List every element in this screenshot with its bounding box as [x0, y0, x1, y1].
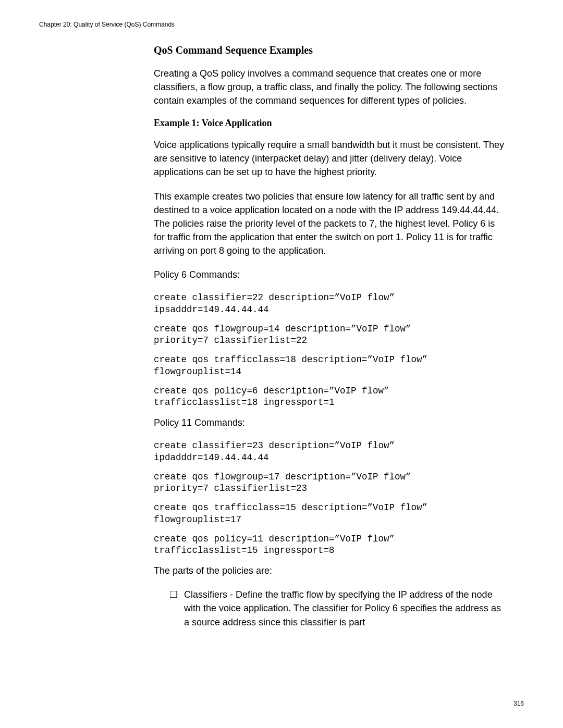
example-1-para-1: Voice applications typically require a s… [154, 138, 508, 179]
bullet-text: Classifiers - Define the traffic flow by… [184, 588, 508, 628]
policy-6-command-2: create qos flowgroup=14 description=”VoI… [154, 323, 508, 347]
policy-6-command-3: create qos trafficclass=18 description=”… [154, 354, 508, 378]
intro-paragraph: Creating a QoS policy involves a command… [154, 67, 508, 107]
policy-11-command-2: create qos flowgroup=17 description=”VoI… [154, 471, 508, 495]
policy-11-command-4: create qos policy=11 description=”VoIP f… [154, 533, 508, 557]
policy-6-label: Policy 6 Commands: [154, 268, 508, 281]
policy-11-command-3: create qos trafficclass=15 description=”… [154, 502, 508, 526]
list-item: ❏ Classifiers - Define the traffic flow … [169, 588, 508, 628]
parts-intro: The parts of the policies are: [154, 564, 508, 577]
section-title: QoS Command Sequence Examples [154, 44, 508, 56]
policy-11-command-1: create classifier=23 description=”VoIP f… [154, 440, 508, 464]
example-1-title: Example 1: Voice Application [154, 118, 508, 129]
policy-11-label: Policy 11 Commands: [154, 416, 508, 429]
policy-6-command-4: create qos policy=6 description=”VoIP fl… [154, 385, 508, 409]
main-content: QoS Command Sequence Examples Creating a… [154, 44, 508, 629]
page-header: Chapter 20: Quality of Service (QoS) Com… [39, 21, 175, 28]
example-1-para-2: This example creates two policies that e… [154, 190, 508, 257]
policy-6-command-1: create classifier=22 description=”VoIP f… [154, 292, 508, 316]
bullet-list: ❏ Classifiers - Define the traffic flow … [169, 588, 508, 628]
page-number: 316 [513, 700, 524, 707]
chapter-line: Chapter 20: Quality of Service (QoS) Com… [39, 21, 175, 28]
bullet-icon: ❏ [169, 588, 178, 601]
